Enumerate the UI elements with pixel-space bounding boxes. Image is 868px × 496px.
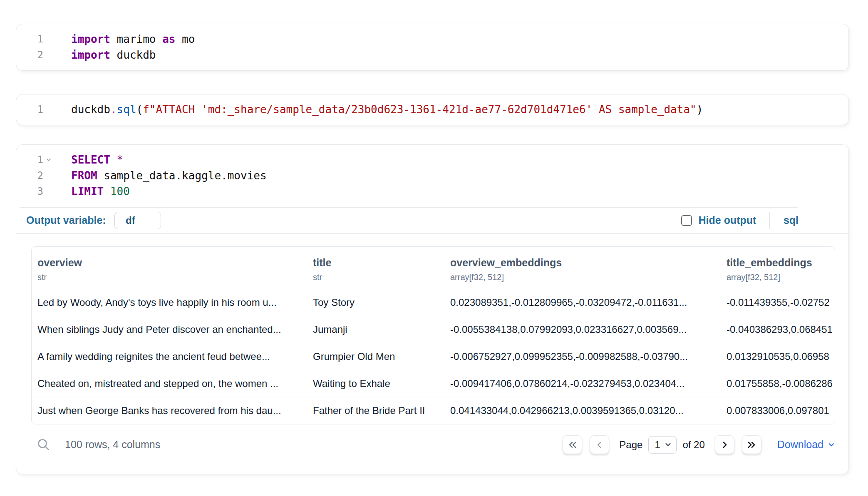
page-total-label: of 20 — [682, 439, 704, 451]
chevron-down-icon — [828, 441, 835, 449]
table-cell: Waiting to Exhale — [307, 370, 444, 397]
table-body: Led by Woody, Andy's toys live happily i… — [32, 289, 835, 424]
code-text[interactable]: LIMIT 100 — [61, 185, 130, 198]
next-page-button[interactable] — [715, 435, 734, 454]
code-token: SELECT — [71, 154, 110, 166]
line-gutter: 1 — [16, 31, 61, 47]
output-area: overviewstrtitlestroverview_embeddingsar… — [16, 234, 848, 474]
line-gutter: 3 — [16, 184, 61, 199]
sql-cell: 1SELECT *2FROM sample_data.kaggle.movies… — [16, 144, 849, 474]
code-token: sql — [117, 103, 136, 116]
table-cell: -0.040386293,0.068451 — [721, 316, 835, 343]
code-token: . — [110, 103, 117, 116]
code-line: 1import marimo as mo — [16, 31, 848, 47]
code-token: import — [71, 33, 110, 45]
code-line: 2FROM sample_data.kaggle.movies — [16, 168, 848, 184]
hide-output-label: Hide output — [699, 214, 756, 226]
table-row: When siblings Judy and Peter discover an… — [32, 316, 835, 343]
table-cell: A family wedding reignites the ancient f… — [32, 343, 307, 370]
code-token: ( — [136, 103, 143, 116]
code-cell-imports: 1import marimo as mo2import duckdb — [16, 24, 849, 71]
column-type: str — [313, 273, 439, 282]
line-gutter: 2 — [16, 168, 61, 184]
code-token: marimo — [110, 33, 162, 45]
code-token: 100 — [110, 185, 130, 198]
output-bar-controls: Hide output sql — [681, 212, 799, 229]
column-name: overview — [37, 257, 301, 269]
column-type: array[f32, 512] — [727, 273, 829, 282]
line-gutter: 2 — [16, 47, 61, 63]
search-icon[interactable] — [37, 438, 50, 451]
code-token: f"ATTACH 'md:_share/sample_data/23b0d623… — [143, 103, 697, 116]
first-page-button[interactable] — [563, 435, 582, 454]
download-button[interactable]: Download — [777, 439, 835, 451]
column-type: str — [37, 273, 301, 282]
table-cell: 0.0132910535,0.06958 — [721, 343, 835, 370]
code-token: ) — [697, 103, 703, 116]
page-label: Page — [619, 439, 642, 451]
table-row: Cheated on, mistreated and stepped on, t… — [32, 370, 835, 397]
column-name: overview_embeddings — [450, 257, 715, 269]
column-header-overview[interactable]: overviewstr — [32, 247, 307, 289]
page-select[interactable]: 1 — [648, 436, 677, 454]
code-token — [110, 154, 117, 166]
line-number: 1 — [37, 33, 43, 45]
code-editor: 1duckdb.sql(f"ATTACH 'md:_share/sample_d… — [16, 94, 848, 125]
line-gutter: 1 — [16, 102, 61, 117]
code-text[interactable]: import marimo as mo — [61, 33, 195, 45]
line-number: 2 — [37, 49, 43, 61]
output-variable-input[interactable]: _df — [114, 212, 161, 229]
code-token: duckdb — [71, 103, 110, 116]
line-gutter: 1 — [16, 152, 61, 168]
code-token: FROM — [71, 169, 97, 182]
table-cell: 0.023089351,-0.012809965,-0.03209472,-0.… — [444, 289, 721, 316]
page-indicator: Page 1 of 20 — [619, 436, 704, 454]
output-bar: Output variable: _df Hide output sql — [16, 208, 848, 234]
code-text[interactable]: duckdb.sql(f"ATTACH 'md:_share/sample_da… — [61, 103, 703, 116]
code-line: 1SELECT * — [16, 152, 848, 168]
column-name: title_embeddings — [727, 257, 829, 269]
output-variable-group: Output variable: _df — [26, 212, 161, 229]
code-token: * — [117, 154, 124, 166]
fold-chevron-icon[interactable] — [43, 156, 61, 163]
table-cell: -0.0055384138,0.07992093,0.023316627,0.0… — [444, 316, 721, 343]
code-text[interactable]: FROM sample_data.kaggle.movies — [61, 169, 267, 182]
previous-page-button[interactable] — [590, 435, 609, 454]
code-token: mo — [175, 33, 195, 45]
code-token: import — [71, 49, 110, 61]
line-number: 2 — [37, 170, 43, 181]
code-text[interactable]: SELECT * — [61, 154, 123, 166]
table-row: Led by Woody, Andy's toys live happily i… — [32, 289, 835, 316]
table-cell: -0.009417406,0.07860214,-0.023279453,0.0… — [444, 370, 721, 397]
last-page-button[interactable] — [742, 435, 761, 454]
code-token: LIMIT — [71, 185, 104, 198]
code-line: 2import duckdb — [16, 47, 848, 63]
code-token: duckdb — [110, 49, 156, 61]
table-cell: Toy Story — [307, 289, 444, 316]
line-number: 1 — [37, 104, 43, 115]
code-cell-attach: 1duckdb.sql(f"ATTACH 'md:_share/sample_d… — [16, 94, 849, 125]
table-cell: Cheated on, mistreated and stepped on, t… — [32, 370, 307, 397]
code-token — [104, 185, 110, 198]
code-line: 1duckdb.sql(f"ATTACH 'md:_share/sample_d… — [16, 102, 848, 117]
code-text[interactable]: import duckdb — [61, 49, 156, 61]
code-token: sample_data.kaggle.movies — [97, 169, 267, 182]
column-header-title_embeddings[interactable]: title_embeddingsarray[f32, 512] — [721, 247, 835, 289]
table-cell: Led by Woody, Andy's toys live happily i… — [32, 289, 307, 316]
column-header-overview_embeddings[interactable]: overview_embeddingsarray[f32, 512] — [444, 247, 721, 289]
hide-output-checkbox[interactable] — [681, 215, 692, 226]
column-type: array[f32, 512] — [450, 273, 715, 282]
chevron-down-icon — [665, 441, 672, 448]
download-label: Download — [777, 439, 823, 451]
table-summary-group: 100 rows, 4 columns — [37, 438, 160, 451]
row-count-summary: 100 rows, 4 columns — [65, 439, 160, 451]
table-cell: 0.01755858,-0.0086286 — [721, 370, 835, 397]
pagination: Page 1 of 20 — [563, 435, 835, 454]
column-header-title[interactable]: titlestr — [307, 247, 444, 289]
code-editor: 1import marimo as mo2import duckdb — [16, 24, 848, 70]
page-select-value: 1 — [655, 439, 660, 451]
language-toggle-sql[interactable]: sql — [784, 214, 799, 226]
table-cell: 0.041433044,0.042966213,0.0039591365,0.0… — [444, 397, 721, 424]
line-number: 3 — [37, 186, 43, 197]
table-cell: Jumanji — [307, 316, 444, 343]
